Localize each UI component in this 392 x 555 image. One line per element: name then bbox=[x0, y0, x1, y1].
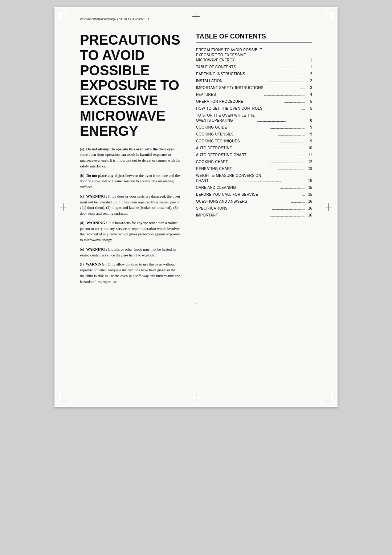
toc-text-16: REHEATING CHART bbox=[196, 166, 277, 171]
toc-text-7: OPERATION PROCEDURE bbox=[196, 99, 283, 104]
page-number: 1 bbox=[80, 303, 312, 307]
toc-entry-11: COOKING UTENSILS .......................… bbox=[196, 132, 312, 137]
toc-page-3: 2 bbox=[306, 72, 312, 77]
toc-dots-9: ............................. bbox=[257, 118, 286, 123]
toc-page-15: 12 bbox=[306, 159, 312, 165]
toc-text-14: AUTO DEFROSTING CHART bbox=[196, 153, 292, 158]
toc-text-4: INSTALLATION bbox=[196, 78, 268, 84]
toc-text-13: AUTO DEFROSTING bbox=[196, 146, 272, 151]
toc-page-20: 16 bbox=[306, 199, 312, 204]
precaution-bold-e: WARNING : bbox=[86, 247, 107, 251]
toc-page-14: 11 bbox=[306, 153, 312, 158]
toc-dots-16: ........................... bbox=[278, 166, 305, 171]
toc-text-17a: WEIGHT & MEASURE CONVERSION bbox=[196, 173, 312, 178]
toc-text-6: FEATURES bbox=[196, 92, 263, 97]
toc-page-7: 5 bbox=[306, 99, 312, 104]
precaution-label-d: (d) bbox=[80, 221, 84, 225]
toc-page-1: 1 bbox=[310, 58, 312, 63]
toc-text-12: COOKING TECHNIQUES bbox=[196, 139, 280, 144]
toc-page-19: 15 bbox=[306, 192, 312, 197]
toc-text-5: IMPORTANT SAFETY INSTRUCTIONS bbox=[196, 85, 299, 90]
toc-dots-6: ........................................… bbox=[264, 92, 305, 97]
toc-entry-20: QUESTIONS AND ANSWERS .............. 16 bbox=[196, 199, 312, 204]
precaution-label-e: (e) bbox=[80, 247, 84, 251]
toc-dots-7: ..................... bbox=[284, 99, 305, 104]
precaution-bold-b: Do not place any object bbox=[86, 174, 124, 178]
toc-text-19: BEFORE YOU CALL FOR SERVICE bbox=[196, 192, 301, 197]
toc-line2-1: MICROWAVE ENERGY ················ 1 bbox=[196, 58, 312, 63]
toc-entry-19: BEFORE YOU CALL FOR SERVICE ... 15 bbox=[196, 192, 312, 197]
precaution-bold-c: WARNING : bbox=[86, 194, 107, 198]
toc-dots-5: ..... bbox=[300, 85, 305, 90]
toc-entry-8: HOW TO SET THE OVEN CONTROLS .... 5 bbox=[196, 106, 312, 111]
toc-entry-7: OPERATION PROCEDURE ....................… bbox=[196, 99, 312, 104]
toc-dots-20: .............. bbox=[291, 199, 305, 204]
right-column: TABLE OF CONTENTS PRECAUTIONS TO AVOID P… bbox=[196, 33, 312, 288]
toc-entry-9: TO STOP THE OVEN WHILE THE OVEN IS OPERA… bbox=[196, 113, 312, 123]
toc-entry-14: AUTO DEFROSTING CHART ............ 11 bbox=[196, 153, 312, 158]
toc-entry-6: FEATURES ...............................… bbox=[196, 92, 312, 97]
toc-text-21: SPECIFICATIONS bbox=[196, 206, 271, 211]
toc-dots-12: ........................ bbox=[281, 139, 305, 144]
toc-dots-18: ......................... bbox=[280, 185, 305, 190]
toc-dots-3: ............. bbox=[292, 72, 305, 77]
toc-text-18: CARE AND CLEANING bbox=[196, 185, 279, 190]
toc-page-18: 15 bbox=[306, 185, 312, 190]
toc-page-22: 16 bbox=[306, 213, 312, 218]
toc-entry-3: EARTHING INSTRUCTIONS ............. 2 bbox=[196, 72, 312, 77]
toc-page-10: 9 bbox=[306, 125, 312, 130]
toc-text-8: HOW TO SET THE OVEN CONTROLS bbox=[196, 106, 300, 111]
main-title: PRECAUTIONS TO AVOID POSSIBLE EXPOSURE T… bbox=[80, 33, 181, 139]
precaution-bold-f: WARNING : bbox=[86, 262, 107, 266]
toc-page-21: 16 bbox=[306, 206, 312, 211]
toc-dots-4: .................................... bbox=[269, 78, 305, 84]
toc-page-4: 2 bbox=[306, 78, 312, 84]
toc-page-11: 9 bbox=[306, 132, 312, 137]
toc-dots-14: ............ bbox=[293, 153, 305, 158]
toc-line2-9: OVEN IS OPERATING ......................… bbox=[196, 118, 312, 123]
toc-dots-21: ................................. bbox=[272, 206, 305, 211]
toc-dots-10: ................................... bbox=[270, 125, 305, 130]
toc-page-17: 15 bbox=[308, 178, 312, 183]
toc-text-9b: OVEN IS OPERATING bbox=[196, 118, 233, 123]
toc-dots-1: ················ bbox=[264, 58, 280, 63]
toc-entry-21: SPECIFICATIONS .........................… bbox=[196, 206, 312, 211]
toc-text-10: COOKING GUIDE bbox=[196, 125, 269, 130]
precaution-item-a: (a) Do not attempt to operate this oven … bbox=[80, 146, 181, 169]
toc-dots-19: ... bbox=[302, 192, 305, 197]
precaution-item-c: (c) WARNING : If the door or door seals … bbox=[80, 194, 181, 216]
toc-page-9: 8 bbox=[310, 118, 312, 123]
toc-dots-13: ................................ bbox=[273, 146, 305, 151]
toc-text-15: COOKING CHART bbox=[196, 159, 269, 165]
toc-dots-8: .... bbox=[301, 106, 305, 111]
content-area: PRECAUTIONS TO AVOID POSSIBLE EXPOSURE T… bbox=[80, 33, 312, 288]
toc-entry-5: IMPORTANT SAFETY INSTRUCTIONS ..... 3 bbox=[196, 85, 312, 90]
cross-mark-top bbox=[192, 13, 200, 20]
toc-page-16: 13 bbox=[306, 166, 312, 171]
precaution-item-e: (e) WARNING : Liquids or other foods mus… bbox=[80, 247, 181, 258]
precaution-label-c: (c) bbox=[80, 194, 84, 198]
toc-entry-10: COOKING GUIDE ..........................… bbox=[196, 125, 312, 130]
toc-entry-16: REHEATING CHART ........................… bbox=[196, 166, 312, 171]
cross-mark-bottom bbox=[192, 394, 200, 401]
toc-dots-17: ........................................… bbox=[236, 178, 281, 183]
precaution-label-b: (b) bbox=[80, 174, 84, 178]
left-column: PRECAUTIONS TO AVOID POSSIBLE EXPOSURE T… bbox=[80, 33, 181, 288]
cross-mark-right bbox=[325, 203, 332, 211]
toc-entry-2: TABLE OF CONTENTS ......................… bbox=[196, 65, 312, 70]
toc-text-20: QUESTIONS AND ANSWERS bbox=[196, 199, 290, 204]
document-page: KOR-63DB0P/63FB0P(ê ) 01.10.17 4:43PM˜ `… bbox=[54, 7, 338, 407]
toc-title: TABLE OF CONTENTS bbox=[196, 33, 312, 42]
toc-entry-4: INSTALLATION ...........................… bbox=[196, 78, 312, 84]
toc-entry-22: IMPORTANT ..............................… bbox=[196, 213, 312, 218]
toc-dots-2: ........................... bbox=[278, 65, 305, 70]
toc-entry-17: WEIGHT & MEASURE CONVERSION CHART ......… bbox=[196, 173, 312, 183]
precaution-bold-d: WARNING : bbox=[86, 221, 107, 225]
toc-text-3: EARTHING INSTRUCTIONS bbox=[196, 72, 291, 77]
toc-page-5: 3 bbox=[306, 85, 312, 90]
toc-line2-17: CHART ..................................… bbox=[196, 178, 312, 183]
toc-dots-11: ........................... bbox=[278, 132, 305, 137]
toc-page-12: 9 bbox=[306, 139, 312, 144]
toc-page-2: 1 bbox=[306, 65, 312, 70]
toc-text-1: PRECAUTIONS TO AVOID POSSIBLEEXPOSURE TO… bbox=[196, 48, 312, 58]
